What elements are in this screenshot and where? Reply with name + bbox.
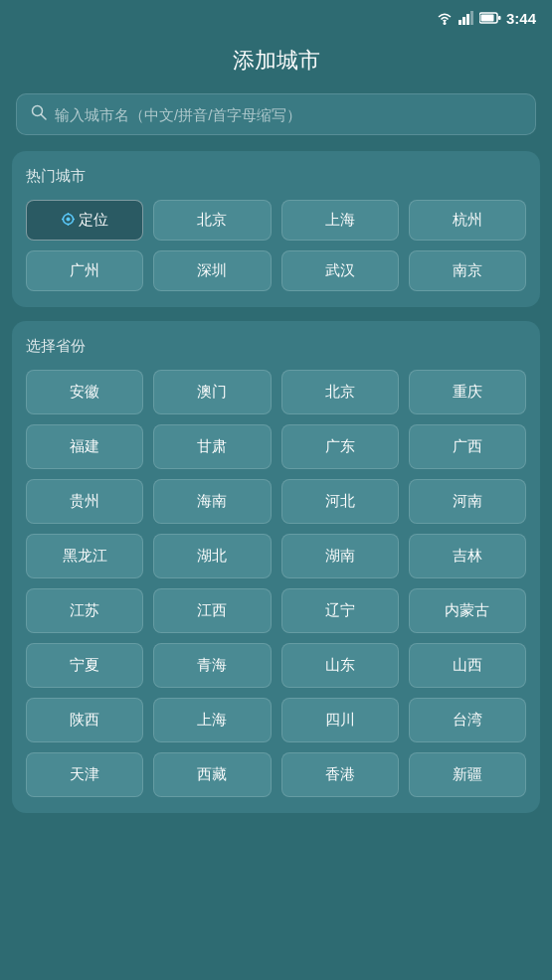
province-btn[interactable]: 福建 [26, 424, 143, 469]
province-btn[interactable]: 江西 [153, 588, 271, 633]
province-btn[interactable]: 吉林 [409, 534, 526, 578]
status-bar: 3:44 [0, 0, 552, 36]
province-btn[interactable]: 宁夏 [26, 643, 143, 688]
city-label: 深圳 [197, 261, 227, 280]
province-btn[interactable]: 台湾 [409, 698, 526, 742]
province-btn[interactable]: 广东 [281, 424, 399, 469]
province-btn[interactable]: 贵州 [26, 479, 143, 524]
search-section [0, 93, 552, 151]
province-btn[interactable]: 广西 [409, 424, 526, 469]
hot-city-btn[interactable]: 南京 [409, 250, 526, 291]
city-label: 上海 [325, 211, 355, 230]
search-bar-container[interactable] [16, 93, 536, 135]
hot-city-btn[interactable]: 上海 [281, 200, 399, 241]
time-display: 3:44 [506, 10, 536, 27]
province-btn[interactable]: 重庆 [409, 370, 526, 414]
battery-icon [479, 12, 501, 24]
signal-icon [459, 11, 474, 25]
hot-city-btn[interactable]: 定位 [26, 200, 143, 241]
province-btn[interactable]: 湖北 [153, 534, 271, 578]
search-input[interactable] [55, 106, 521, 123]
city-label: 广州 [70, 261, 99, 280]
hot-city-btn[interactable]: 广州 [26, 250, 143, 291]
province-btn[interactable]: 西藏 [153, 752, 271, 797]
province-btn[interactable]: 北京 [281, 370, 399, 414]
province-btn[interactable]: 山东 [281, 643, 399, 688]
page-title: 添加城市 [0, 36, 552, 93]
province-btn[interactable]: 辽宁 [281, 588, 399, 633]
city-label: 南京 [453, 261, 482, 280]
hot-city-btn[interactable]: 武汉 [281, 250, 399, 291]
province-btn[interactable]: 上海 [153, 698, 271, 742]
hot-cities-title: 热门城市 [26, 167, 526, 186]
svg-rect-7 [498, 16, 501, 20]
hot-cities-grid: 定位北京上海杭州广州深圳武汉南京 [26, 200, 526, 291]
svg-point-11 [66, 218, 70, 222]
provinces-card: 选择省份 安徽澳门北京重庆福建甘肃广东广西贵州海南河北河南黑龙江湖北湖南吉林江苏… [12, 321, 540, 813]
hot-city-btn[interactable]: 深圳 [153, 250, 271, 291]
province-grid: 安徽澳门北京重庆福建甘肃广东广西贵州海南河北河南黑龙江湖北湖南吉林江苏江西辽宁内… [26, 370, 526, 797]
province-btn[interactable]: 河北 [281, 479, 399, 524]
province-btn[interactable]: 山西 [409, 643, 526, 688]
svg-rect-6 [480, 15, 493, 22]
province-btn[interactable]: 四川 [281, 698, 399, 742]
wifi-icon [436, 11, 454, 25]
city-label: 北京 [197, 211, 227, 230]
province-btn[interactable]: 黑龙江 [26, 534, 143, 578]
city-label: 定位 [79, 211, 108, 230]
province-btn[interactable]: 澳门 [153, 370, 271, 414]
hot-cities-card: 热门城市 定位北京上海杭州广州深圳武汉南京 [12, 151, 540, 307]
svg-line-9 [42, 115, 47, 120]
svg-rect-3 [466, 14, 469, 25]
province-btn[interactable]: 海南 [153, 479, 271, 524]
svg-rect-2 [462, 17, 465, 25]
locate-icon [62, 212, 75, 229]
svg-point-0 [443, 22, 446, 25]
city-label: 武汉 [325, 261, 355, 280]
provinces-title: 选择省份 [26, 337, 526, 356]
province-btn[interactable]: 陕西 [26, 698, 143, 742]
svg-rect-4 [470, 11, 473, 25]
status-icons: 3:44 [436, 10, 536, 27]
province-btn[interactable]: 甘肃 [153, 424, 271, 469]
province-btn[interactable]: 江苏 [26, 588, 143, 633]
hot-city-btn[interactable]: 北京 [153, 200, 271, 241]
city-label: 杭州 [453, 211, 482, 230]
province-btn[interactable]: 安徽 [26, 370, 143, 414]
province-btn[interactable]: 新疆 [409, 752, 526, 797]
svg-rect-1 [459, 20, 461, 25]
province-btn[interactable]: 河南 [409, 479, 526, 524]
search-icon [31, 104, 47, 124]
province-btn[interactable]: 内蒙古 [409, 588, 526, 633]
province-btn[interactable]: 湖南 [281, 534, 399, 578]
hot-city-btn[interactable]: 杭州 [409, 200, 526, 241]
province-btn[interactable]: 香港 [281, 752, 399, 797]
province-btn[interactable]: 天津 [26, 752, 143, 797]
province-btn[interactable]: 青海 [153, 643, 271, 688]
